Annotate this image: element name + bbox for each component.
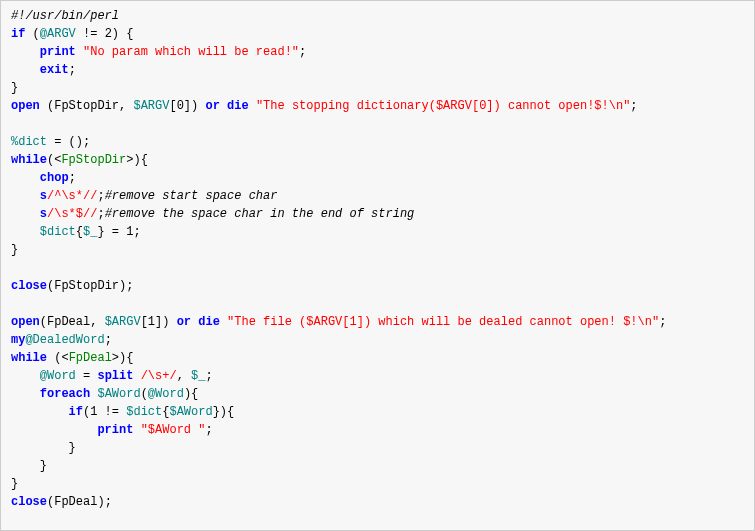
code-line: @Word = split /\s+/, $_; — [11, 367, 744, 385]
code-token — [220, 315, 227, 329]
code-token: } — [11, 243, 18, 257]
code-token: split — [97, 369, 133, 383]
code-token: die — [198, 315, 220, 329]
code-token: #!/usr/bin/perl — [11, 9, 119, 23]
code-token: close — [11, 279, 47, 293]
code-line: print "No param which will be read!"; — [11, 43, 744, 61]
code-token: FpDeal — [69, 351, 112, 365]
code-token: $dict — [40, 225, 76, 239]
code-token: (FpStopDir); — [47, 279, 133, 293]
code-token — [11, 423, 97, 437]
code-token: (FpStopDir, — [40, 99, 134, 113]
code-token: [0]) — [169, 99, 205, 113]
code-token: s — [40, 189, 47, 203]
code-line: if (@ARGV != 2) { — [11, 25, 744, 43]
code-token: ; — [299, 45, 306, 59]
code-token: while — [11, 351, 47, 365]
code-token: /\s*$// — [47, 207, 97, 221]
code-line: if(1 != $dict{$AWord}){ — [11, 403, 744, 421]
code-token: my — [11, 333, 25, 347]
code-token — [76, 45, 83, 59]
code-line: open(FpDeal, $ARGV[1]) or die "The file … — [11, 313, 744, 331]
code-token: (< — [47, 153, 61, 167]
code-token: if — [11, 27, 25, 41]
code-token — [11, 207, 40, 221]
code-token: if — [69, 405, 83, 419]
code-token: [1]) — [141, 315, 177, 329]
code-token — [11, 225, 40, 239]
code-line: } — [11, 439, 744, 457]
code-token: /^\s*// — [47, 189, 97, 203]
code-line: #!/usr/bin/perl — [11, 7, 744, 25]
code-token: { — [76, 225, 83, 239]
code-token: chop — [40, 171, 69, 185]
code-token — [11, 189, 40, 203]
code-token: exit — [40, 63, 69, 77]
code-token: } — [11, 81, 18, 95]
code-token: } — [11, 459, 47, 473]
code-token: ( — [25, 27, 39, 41]
code-line: } — [11, 79, 744, 97]
code-line: } — [11, 241, 744, 259]
code-token: ; — [97, 189, 104, 203]
code-token: } — [11, 441, 76, 455]
code-line: open (FpStopDir, $ARGV[0]) or die "The s… — [11, 97, 744, 115]
code-token — [11, 405, 69, 419]
code-token: (1 != — [83, 405, 126, 419]
code-token: $AWord — [169, 405, 212, 419]
code-token: ; — [105, 333, 112, 347]
code-token — [220, 99, 227, 113]
code-token: %dict — [11, 135, 47, 149]
code-token: $dict — [126, 405, 162, 419]
code-token: while — [11, 153, 47, 167]
code-token: ; — [630, 99, 637, 113]
code-token: , — [177, 369, 191, 383]
code-token: die — [227, 99, 249, 113]
code-token: = (); — [47, 135, 90, 149]
code-token — [11, 45, 40, 59]
code-line: while (<FpDeal>){ — [11, 349, 744, 367]
code-token: >){ — [112, 351, 134, 365]
code-token: print — [40, 45, 76, 59]
code-token: open — [11, 315, 40, 329]
code-token: "No param which will be read!" — [83, 45, 299, 59]
code-token: } = 1; — [97, 225, 140, 239]
code-token: @DealedWord — [25, 333, 104, 347]
code-token: ; — [97, 207, 104, 221]
code-token: (< — [47, 351, 69, 365]
code-token: } — [11, 477, 18, 491]
code-line: } — [11, 475, 744, 493]
code-token: print — [97, 423, 133, 437]
code-line: s/^\s*//;#remove start space char — [11, 187, 744, 205]
code-line: %dict = (); — [11, 133, 744, 151]
code-token — [133, 369, 140, 383]
code-line — [11, 295, 744, 313]
code-token: $_ — [83, 225, 97, 239]
code-token: @Word — [148, 387, 184, 401]
code-token: }){ — [213, 405, 235, 419]
code-token: >){ — [126, 153, 148, 167]
code-token: ; — [205, 369, 212, 383]
code-token: ; — [659, 315, 666, 329]
code-token: (FpDeal, — [40, 315, 105, 329]
code-token: $ARGV — [105, 315, 141, 329]
code-token: foreach — [40, 387, 90, 401]
code-token: (FpDeal); — [47, 495, 112, 509]
code-line: close(FpDeal); — [11, 493, 744, 511]
code-token: ; — [205, 423, 212, 437]
code-token: #remove the space char in the end of str… — [105, 207, 415, 221]
code-token: = — [76, 369, 98, 383]
code-token: FpStopDir — [61, 153, 126, 167]
code-line: while(<FpStopDir>){ — [11, 151, 744, 169]
code-token — [11, 63, 40, 77]
code-token — [11, 369, 40, 383]
code-line: $dict{$_} = 1; — [11, 223, 744, 241]
code-token — [11, 387, 40, 401]
code-token: $_ — [191, 369, 205, 383]
code-line: print "$AWord "; — [11, 421, 744, 439]
code-line: s/\s*$//;#remove the space char in the e… — [11, 205, 744, 223]
code-token: != 2) { — [76, 27, 134, 41]
code-token — [249, 99, 256, 113]
code-token: "The file ($ARGV[1]) which will be deale… — [227, 315, 659, 329]
code-line: exit; — [11, 61, 744, 79]
